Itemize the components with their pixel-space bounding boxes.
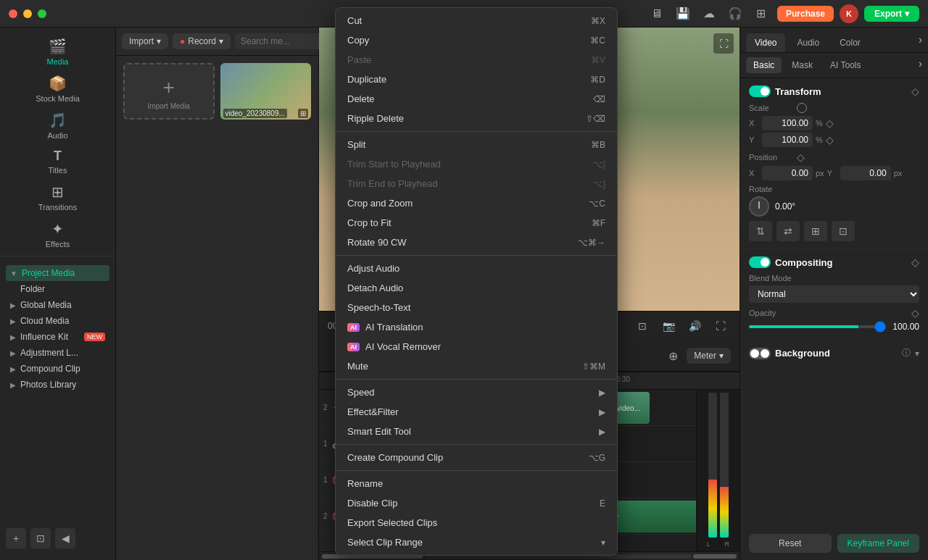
speed-arrow: ▶ bbox=[599, 388, 605, 398]
delete-label: Delete bbox=[347, 93, 587, 104]
select-clip-range-arrow: ▾ bbox=[601, 538, 605, 548]
duplicate-label: Duplicate bbox=[347, 74, 584, 85]
menu-item-compound-clip[interactable]: Create Compound Clip ⌥G bbox=[336, 448, 617, 467]
copy-shortcut: ⌘C bbox=[590, 35, 605, 46]
menu-item-ripple-delete[interactable]: Ripple Delete ⇧⌫ bbox=[336, 109, 617, 128]
menu-item-rotate[interactable]: Rotate 90 CW ⌥⌘→ bbox=[336, 233, 617, 252]
menu-item-rename[interactable]: Rename bbox=[336, 474, 617, 493]
menu-item-speed[interactable]: Speed ▶ bbox=[336, 383, 617, 402]
adjust-audio-label: Adjust Audio bbox=[347, 263, 605, 274]
rotate-shortcut: ⌥⌘→ bbox=[578, 238, 605, 248]
menu-separator-4 bbox=[336, 444, 617, 445]
menu-item-export-selected[interactable]: Export Selected Clips bbox=[336, 513, 617, 532]
paste-shortcut: ⌘V bbox=[591, 55, 605, 65]
copy-label: Copy bbox=[347, 35, 584, 46]
menu-item-ai-translation[interactable]: AI AI Translation bbox=[336, 317, 617, 337]
context-menu-overlay[interactable]: Cut ⌘X Copy ⌘C Paste ⌘V Duplicate ⌘D Del… bbox=[0, 0, 928, 560]
menu-item-crop-zoom[interactable]: Crop and Zoom ⌥C bbox=[336, 193, 617, 213]
crop-fit-label: Crop to Fit bbox=[347, 217, 586, 228]
menu-item-speech-to-text[interactable]: Speech-to-Text bbox=[336, 298, 617, 317]
menu-item-select-clip-range[interactable]: Select Clip Range ▾ bbox=[336, 532, 617, 552]
menu-item-copy[interactable]: Copy ⌘C bbox=[336, 30, 617, 50]
effect-filter-arrow: ▶ bbox=[599, 407, 605, 417]
disable-clip-shortcut: E bbox=[600, 498, 605, 509]
cut-shortcut: ⌘X bbox=[591, 16, 605, 26]
menu-separator-5 bbox=[336, 470, 617, 471]
cut-label: Cut bbox=[347, 15, 585, 26]
menu-item-trim-end: Trim End to Playhead ⌥] bbox=[336, 174, 617, 193]
menu-item-smart-edit[interactable]: Smart Edit Tool ▶ bbox=[336, 422, 617, 441]
menu-item-duplicate[interactable]: Duplicate ⌘D bbox=[336, 70, 617, 89]
menu-separator-3 bbox=[336, 379, 617, 380]
menu-item-split[interactable]: Split ⌘B bbox=[336, 135, 617, 154]
mute-label: Mute bbox=[347, 361, 576, 372]
ripple-delete-label: Ripple Delete bbox=[347, 113, 580, 124]
speech-to-text-label: Speech-to-Text bbox=[347, 302, 605, 313]
trim-start-label: Trim Start to Playhead bbox=[347, 159, 587, 170]
disable-clip-label: Disable Clip bbox=[347, 498, 594, 509]
trim-start-shortcut: ⌥[ bbox=[593, 159, 605, 170]
ai-badge-vocal: AI bbox=[347, 343, 360, 351]
select-clip-range-label: Select Clip Range bbox=[347, 537, 595, 548]
crop-fit-shortcut: ⌘F bbox=[592, 218, 605, 228]
menu-item-crop-fit[interactable]: Crop to Fit ⌘F bbox=[336, 213, 617, 233]
menu-item-trim-start: Trim Start to Playhead ⌥[ bbox=[336, 154, 617, 174]
menu-item-paste: Paste ⌘V bbox=[336, 50, 617, 70]
export-selected-label: Export Selected Clips bbox=[347, 517, 605, 528]
detach-audio-label: Detach Audio bbox=[347, 283, 605, 293]
ai-badge-translation: AI bbox=[347, 323, 360, 332]
menu-item-ai-vocal-remover[interactable]: AI AI Vocal Remover bbox=[336, 337, 617, 356]
trim-end-shortcut: ⌥] bbox=[593, 179, 605, 189]
rotate-label: Rotate 90 CW bbox=[347, 237, 572, 248]
menu-item-effect-filter[interactable]: Effect&Filter ▶ bbox=[336, 402, 617, 422]
compound-clip-shortcut: ⌥G bbox=[589, 453, 605, 463]
menu-item-adjust-audio[interactable]: Adjust Audio bbox=[336, 259, 617, 278]
speed-label: Speed bbox=[347, 387, 593, 398]
menu-separator-2 bbox=[336, 255, 617, 256]
menu-item-cut[interactable]: Cut ⌘X bbox=[336, 11, 617, 30]
duplicate-shortcut: ⌘D bbox=[590, 75, 605, 85]
menu-item-delete[interactable]: Delete ⌫ bbox=[336, 89, 617, 109]
menu-separator-1 bbox=[336, 131, 617, 132]
smart-edit-arrow: ▶ bbox=[599, 427, 605, 437]
rename-label: Rename bbox=[347, 478, 605, 489]
effect-filter-label: Effect&Filter bbox=[347, 406, 593, 417]
split-label: Split bbox=[347, 139, 585, 150]
context-menu: Cut ⌘X Copy ⌘C Paste ⌘V Duplicate ⌘D Del… bbox=[335, 7, 618, 556]
compound-clip-label: Create Compound Clip bbox=[347, 452, 583, 463]
ai-vocal-label: AI Vocal Remover bbox=[365, 341, 605, 352]
split-shortcut: ⌘B bbox=[591, 140, 605, 150]
crop-zoom-shortcut: ⌥C bbox=[589, 198, 605, 209]
delete-shortcut: ⌫ bbox=[593, 94, 605, 104]
crop-zoom-label: Crop and Zoom bbox=[347, 198, 583, 209]
smart-edit-label: Smart Edit Tool bbox=[347, 426, 593, 437]
mute-shortcut: ⇧⌘M bbox=[582, 362, 605, 372]
menu-item-detach-audio[interactable]: Detach Audio bbox=[336, 278, 617, 298]
menu-item-disable-clip[interactable]: Disable Clip E bbox=[336, 493, 617, 513]
ripple-delete-shortcut: ⇧⌫ bbox=[586, 114, 605, 124]
menu-item-mute[interactable]: Mute ⇧⌘M bbox=[336, 356, 617, 376]
ai-translation-label: AI Translation bbox=[365, 322, 605, 333]
paste-label: Paste bbox=[347, 54, 585, 65]
trim-end-label: Trim End to Playhead bbox=[347, 178, 587, 189]
